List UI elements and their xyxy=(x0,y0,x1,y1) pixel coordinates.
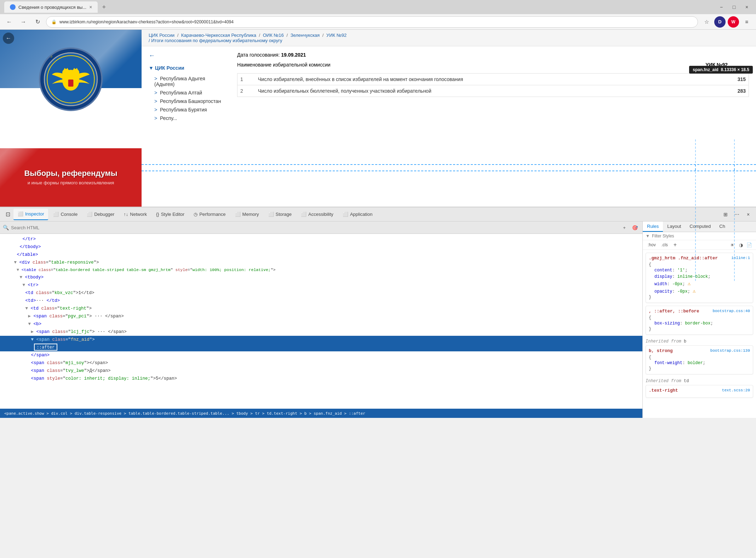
devtools-tab-style-editor[interactable]: {} Style Editor xyxy=(152,209,189,220)
css-rule-1-source[interactable]: inline:1 xyxy=(731,256,750,261)
tree-item-4[interactable]: > Республика Бурятия xyxy=(149,105,227,114)
devtools-tab-debugger-label: Debugger xyxy=(94,212,114,217)
css-rule-1-header: .gmzj_hrtm .fnz_aid::after inline:1 xyxy=(649,256,750,261)
commission-label: Наименование избирательной комиссии xyxy=(237,62,703,68)
nav-back-arrow[interactable]: ← xyxy=(149,52,227,59)
nav-extras: ☆ D W ≡ xyxy=(701,16,752,28)
inspector-icon: ⬜ xyxy=(18,211,23,217)
devtools-tab-memory-label: Memory xyxy=(242,212,259,217)
devtools-tab-network[interactable]: ↑↓ Network xyxy=(119,209,151,220)
css-rule-1-selector[interactable]: .gmzj_hrtm .fnz_aid::after xyxy=(649,256,718,261)
devtools-tab-accessibility[interactable]: ⬜ Accessibility xyxy=(297,209,338,220)
css-inherited-td-header: Inherited from td xyxy=(646,377,753,385)
add-node-button[interactable]: + xyxy=(620,223,629,232)
html-line-close-span: </span> xyxy=(0,351,642,359)
css-tab-ch[interactable]: Ch xyxy=(715,222,729,232)
html-breadcrumb: <pane.active.show > div.col > div.table-… xyxy=(0,409,642,418)
tree-item-1[interactable]: > Республика Адыгея (Адыгея) xyxy=(149,74,227,88)
close-button[interactable]: × xyxy=(742,2,752,12)
breadcrumb-item-5[interactable]: УИК №92 xyxy=(326,33,346,38)
css-rule-2-selector[interactable]: , ::after, ::before xyxy=(649,309,699,314)
address-bar[interactable]: 🔒 www.izbirkom.ru/region/region/karachae… xyxy=(46,16,698,28)
menu-button[interactable]: ≡ xyxy=(741,16,752,28)
html-line-selected-span[interactable]: ▼ <span class="fnz_aid"> xyxy=(0,336,642,344)
css-rule-4-header: .text-right text.scss:20 xyxy=(649,388,750,393)
html-line-selected-after[interactable]: ::after xyxy=(0,344,642,351)
devtools-tab-application[interactable]: ⬜ Application xyxy=(338,209,377,220)
devtools-tab-debugger[interactable]: ⬜ Debugger xyxy=(82,209,119,220)
extensions-button[interactable]: D xyxy=(714,16,726,28)
devtools: ⊡ ⬜ Inspector ⬜ Console ⬜ Debugger ↑↓ Ne… xyxy=(0,207,756,418)
sidebar-panel: ЦЕНТРАЛЬНАЯ ИЗБИРАТЕЛЬНАЯ КОМИССИЯ Выбор… xyxy=(0,30,142,207)
html-line-mji: <span class="mji_soy"></span> xyxy=(0,359,642,367)
devtools-tab-storage[interactable]: ⬜ Storage xyxy=(264,209,296,220)
minimize-button[interactable]: − xyxy=(716,2,726,12)
css-tab-rules[interactable]: Rules xyxy=(643,222,663,232)
devtools-pick-element[interactable]: ⊡ xyxy=(3,209,13,219)
pick-node-button[interactable]: 🎯 xyxy=(630,223,640,232)
breadcrumb-item-1[interactable]: ЦИК России xyxy=(149,33,174,38)
html-search-input[interactable] xyxy=(11,225,618,230)
css-rule-3-source[interactable]: bootstrap.css:139 xyxy=(710,349,750,353)
reload-button[interactable]: ↻ xyxy=(32,16,43,28)
tree-item-5[interactable]: > Респу... xyxy=(149,114,227,122)
row-value-2: 283 xyxy=(710,88,746,94)
browser-tab[interactable]: Сведения о проводящихся вы... × xyxy=(4,1,98,13)
css-rule-3-selector[interactable]: b, strong xyxy=(649,349,673,353)
responsive-design-button[interactable]: ⊞ xyxy=(721,209,731,219)
devtools-tab-memory[interactable]: ⬜ Memory xyxy=(231,209,263,220)
devtools-tab-performance[interactable]: ◷ Performance xyxy=(189,209,230,220)
html-line-13: ▶ <span class="lcj_fjc"> ··· </span> xyxy=(0,328,642,336)
tree-item-3[interactable]: > Республика Башкортостан xyxy=(149,97,227,105)
css-tab-layout[interactable]: Layout xyxy=(663,222,685,232)
svg-point-4 xyxy=(72,69,79,76)
breadcrumb: ЦИК России / Карачаево-Черкесская Респуб… xyxy=(142,30,756,46)
css-rule-2-source[interactable]: bootstrap.css:40 xyxy=(712,309,750,314)
profile-button[interactable]: W xyxy=(728,16,739,28)
emblem-svg: ЦЕНТРАЛЬНАЯ ИЗБИРАТЕЛЬНАЯ КОМИССИЯ xyxy=(42,51,99,108)
sidebar-back-arrow[interactable]: ← xyxy=(3,33,14,44)
html-search-bar: 🔍 + 🎯 xyxy=(0,222,642,234)
sidebar-title: Выборы, референдумы xyxy=(0,168,142,179)
commission-row: Наименование избирательной комиссии УИК … xyxy=(237,62,749,68)
css-tab-computed[interactable]: Computed xyxy=(685,222,715,232)
vote-date-label: Дата голосования: 19.09.2021 xyxy=(237,52,306,58)
svg-rect-5 xyxy=(68,79,74,87)
breadcrumb-item-4[interactable]: Зеленчукская xyxy=(291,33,320,38)
tree-root[interactable]: ▼ ЦИК России xyxy=(149,64,227,72)
row-label-1: Число избирателей, внесённых в список из… xyxy=(258,76,710,82)
url-text: www.izbirkom.ru/region/region/karachaev-… xyxy=(59,19,234,24)
accessibility-icon: ⬜ xyxy=(301,212,307,217)
css-hov-button[interactable]: :hov xyxy=(646,242,658,248)
css-add-button[interactable]: + xyxy=(671,241,679,249)
tree-item-2[interactable]: > Республика Алтай xyxy=(149,88,227,97)
css-file-button[interactable]: 📄 xyxy=(745,241,753,249)
html-line-12: ▼ <b> xyxy=(0,320,642,328)
devtools-tab-inspector[interactable]: ⬜ Inspector xyxy=(13,209,48,220)
forward-button[interactable]: → xyxy=(18,16,29,28)
breadcrumb-item-2[interactable]: Карачаево-Черкесская Республика xyxy=(181,33,256,38)
devtools-close-button[interactable]: × xyxy=(743,209,753,219)
tab-close-button[interactable]: × xyxy=(89,4,92,10)
css-filter-input[interactable] xyxy=(652,234,753,238)
css-cls-button[interactable]: .cls xyxy=(659,242,670,248)
bookmark-button[interactable]: ☆ xyxy=(701,16,712,28)
css-dark-button[interactable]: ◑ xyxy=(737,241,745,249)
devtools-tab-console[interactable]: ⬜ Console xyxy=(49,209,82,220)
more-tools-button[interactable]: ⋯ xyxy=(732,209,742,219)
debugger-icon: ⬜ xyxy=(87,212,92,217)
breadcrumb-path[interactable]: <pane.active.show > div.col > div.table-… xyxy=(4,411,365,416)
maximize-button[interactable]: □ xyxy=(729,2,739,12)
breadcrumb-item-3[interactable]: ОИК №16 xyxy=(263,33,284,38)
security-icon: 🔒 xyxy=(51,19,57,24)
info-table: Дата голосования: 19.09.2021 Наименовани… xyxy=(237,52,749,122)
new-tab-button[interactable]: + xyxy=(98,1,110,13)
back-button[interactable]: ← xyxy=(4,16,15,28)
devtools-toolbar: ⊡ ⬜ Inspector ⬜ Console ⬜ Debugger ↑↓ Ne… xyxy=(0,207,756,222)
css-panel-tabs: Rules Layout Computed Ch xyxy=(643,222,756,232)
main-content: ЦИК России / Карачаево-Черкесская Респуб… xyxy=(142,30,756,207)
window-controls: − □ × xyxy=(716,2,752,12)
devtools-tab-application-label: Application xyxy=(350,212,373,217)
css-light-button[interactable]: ☀ xyxy=(728,241,736,249)
row-label-2: Число избирательных бюллетеней, полученн… xyxy=(258,88,710,94)
